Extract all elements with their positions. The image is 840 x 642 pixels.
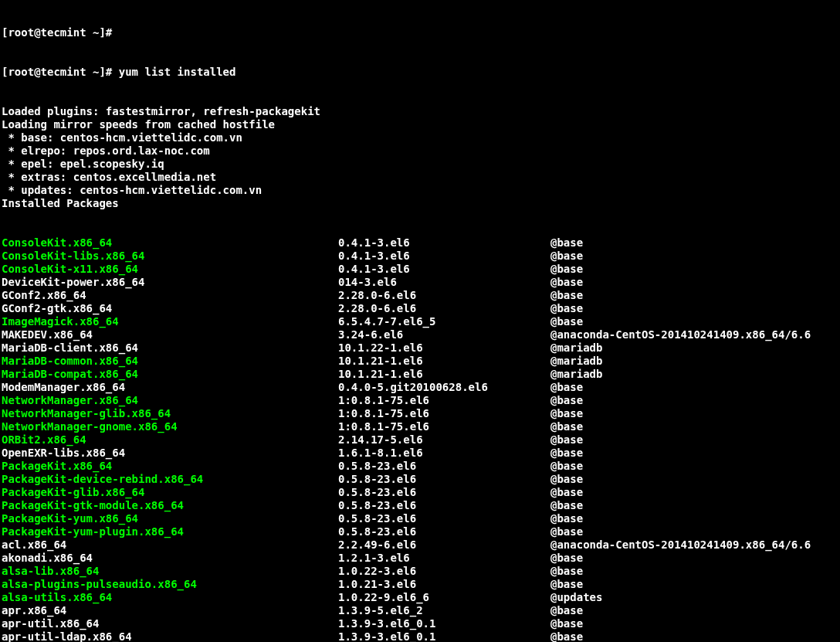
package-name: NetworkManager-glib.x86_64 — [2, 407, 338, 420]
package-name: apr-util-ldap.x86_64 — [2, 630, 338, 642]
package-repo: @base — [550, 499, 583, 512]
command-line: [root@tecmint ~]# yum list installed — [2, 66, 838, 79]
package-version: 1.3.9-3.el6_0.1 — [338, 617, 550, 630]
package-version: 1:0.8.1-75.el6 — [338, 420, 550, 433]
package-name: alsa-lib.x86_64 — [2, 565, 338, 578]
package-row: ConsoleKit-libs.x86_640.4.1-3.el6@base — [2, 250, 838, 263]
package-repo: @base — [550, 525, 583, 538]
package-row: ModemManager.x86_640.4.0-5.git20100628.e… — [2, 381, 838, 394]
package-name: ModemManager.x86_64 — [2, 381, 338, 394]
package-repo: @base — [550, 460, 583, 473]
package-version: 2.28.0-6.el6 — [338, 289, 550, 302]
package-repo: @base — [550, 578, 583, 591]
package-row: MariaDB-common.x86_6410.1.21-1.el6@maria… — [2, 355, 838, 368]
package-version: 0.5.8-23.el6 — [338, 512, 550, 525]
package-row: alsa-utils.x86_641.0.22-9.el6_6@updates — [2, 591, 838, 604]
terminal-output: [root@tecmint ~]# [root@tecmint ~]# yum … — [0, 0, 840, 642]
package-repo: @base — [550, 512, 583, 525]
package-version: 1:0.8.1-75.el6 — [338, 407, 550, 420]
package-repo: @base — [550, 630, 583, 642]
package-repo: @base — [550, 276, 583, 289]
package-version: 0.5.8-23.el6 — [338, 486, 550, 499]
package-version: 1.0.22-9.el6_6 — [338, 591, 550, 604]
package-repo: @updates — [550, 591, 602, 604]
header-line: * elrepo: repos.ord.lax-noc.com — [2, 144, 838, 158]
package-name: ConsoleKit.x86_64 — [2, 236, 338, 250]
package-row: MAKEDEV.x86_643.24-6.el6@anaconda-CentOS… — [2, 328, 838, 341]
package-row: ORBit2.x86_642.14.17-5.el6@base — [2, 433, 838, 447]
package-name: akonadi.x86_64 — [2, 552, 338, 565]
package-repo: @base — [550, 302, 583, 315]
package-row: ConsoleKit-x11.x86_640.4.1-3.el6@base — [2, 263, 838, 276]
package-version: 014-3.el6 — [338, 276, 550, 289]
package-name: GConf2-gtk.x86_64 — [2, 302, 338, 315]
package-version: 1.3.9-5.el6_2 — [338, 604, 550, 617]
package-repo: @anaconda-CentOS-201410241409.x86_64/6.6 — [550, 538, 811, 552]
package-name: PackageKit-device-rebind.x86_64 — [2, 473, 338, 486]
header-line: * updates: centos-hcm.viettelidc.com.vn — [2, 184, 838, 197]
package-name: MariaDB-client.x86_64 — [2, 341, 338, 355]
package-name: apr-util.x86_64 — [2, 617, 338, 630]
package-name: PackageKit-gtk-module.x86_64 — [2, 499, 338, 512]
package-row: GConf2.x86_642.28.0-6.el6@base — [2, 289, 838, 302]
package-row: PackageKit.x86_640.5.8-23.el6@base — [2, 460, 838, 473]
package-repo: @base — [550, 394, 583, 407]
package-repo: @base — [550, 289, 583, 302]
package-name: GConf2.x86_64 — [2, 289, 338, 302]
header-line: Loading mirror speeds from cached hostfi… — [2, 118, 838, 131]
header-line: * epel: epel.scopesky.iq — [2, 158, 838, 171]
package-row: acl.x86_642.2.49-6.el6@anaconda-CentOS-2… — [2, 538, 838, 552]
package-version: 2.28.0-6.el6 — [338, 302, 550, 315]
package-version: 0.5.8-23.el6 — [338, 473, 550, 486]
package-row: PackageKit-yum.x86_640.5.8-23.el6@base — [2, 512, 838, 525]
package-name: MariaDB-compat.x86_64 — [2, 368, 338, 381]
package-repo: @base — [550, 315, 583, 328]
package-name: PackageKit-yum-plugin.x86_64 — [2, 525, 338, 538]
package-name: PackageKit-glib.x86_64 — [2, 486, 338, 499]
package-repo: @anaconda-CentOS-201410241409.x86_64/6.6 — [550, 328, 811, 341]
package-repo: @base — [550, 407, 583, 420]
package-repo: @base — [550, 617, 583, 630]
package-repo: @base — [550, 420, 583, 433]
package-row: apr-util.x86_641.3.9-3.el6_0.1@base — [2, 617, 838, 630]
package-repo: @base — [550, 552, 583, 565]
package-row: akonadi.x86_641.2.1-3.el6@base — [2, 552, 838, 565]
shell-prompt: [root@tecmint ~]# — [2, 66, 112, 78]
package-repo: @base — [550, 473, 583, 486]
package-name: PackageKit.x86_64 — [2, 460, 338, 473]
package-name: ORBit2.x86_64 — [2, 433, 338, 447]
package-version: 10.1.21-1.el6 — [338, 368, 550, 381]
package-version: 1.0.22-3.el6 — [338, 565, 550, 578]
package-version: 1.3.9-3.el6_0.1 — [338, 630, 550, 642]
package-version: 1.6.1-8.1.el6 — [338, 447, 550, 460]
package-row: apr.x86_641.3.9-5.el6_2@base — [2, 604, 838, 617]
package-row: DeviceKit-power.x86_64014-3.el6@base — [2, 276, 838, 289]
package-row: alsa-lib.x86_641.0.22-3.el6@base — [2, 565, 838, 578]
package-row: apr-util-ldap.x86_641.3.9-3.el6_0.1@base — [2, 630, 838, 642]
package-repo: @base — [550, 250, 583, 263]
package-repo: @base — [550, 486, 583, 499]
package-row: ConsoleKit.x86_640.4.1-3.el6@base — [2, 236, 838, 250]
package-version: 0.5.8-23.el6 — [338, 460, 550, 473]
package-row: PackageKit-glib.x86_640.5.8-23.el6@base — [2, 486, 838, 499]
package-version: 10.1.22-1.el6 — [338, 341, 550, 355]
package-name: MariaDB-common.x86_64 — [2, 355, 338, 368]
package-name: NetworkManager.x86_64 — [2, 394, 338, 407]
package-name: NetworkManager-gnome.x86_64 — [2, 420, 338, 433]
package-version: 1:0.8.1-75.el6 — [338, 394, 550, 407]
package-version: 0.5.8-23.el6 — [338, 525, 550, 538]
package-repo: @base — [550, 381, 583, 394]
header-line: Installed Packages — [2, 197, 838, 210]
package-name: apr.x86_64 — [2, 604, 338, 617]
header-lines: Loaded plugins: fastestmirror, refresh-p… — [2, 105, 838, 210]
package-row: NetworkManager-gnome.x86_641:0.8.1-75.el… — [2, 420, 838, 433]
package-row: PackageKit-yum-plugin.x86_640.5.8-23.el6… — [2, 525, 838, 538]
package-row: PackageKit-gtk-module.x86_640.5.8-23.el6… — [2, 499, 838, 512]
package-version: 0.4.1-3.el6 — [338, 250, 550, 263]
package-name: DeviceKit-power.x86_64 — [2, 276, 338, 289]
package-name: alsa-utils.x86_64 — [2, 591, 338, 604]
package-repo: @mariadb — [550, 368, 602, 381]
package-name: ConsoleKit-libs.x86_64 — [2, 250, 338, 263]
package-repo: @mariadb — [550, 355, 602, 368]
shell-prompt: [root@tecmint ~]# — [2, 26, 112, 39]
